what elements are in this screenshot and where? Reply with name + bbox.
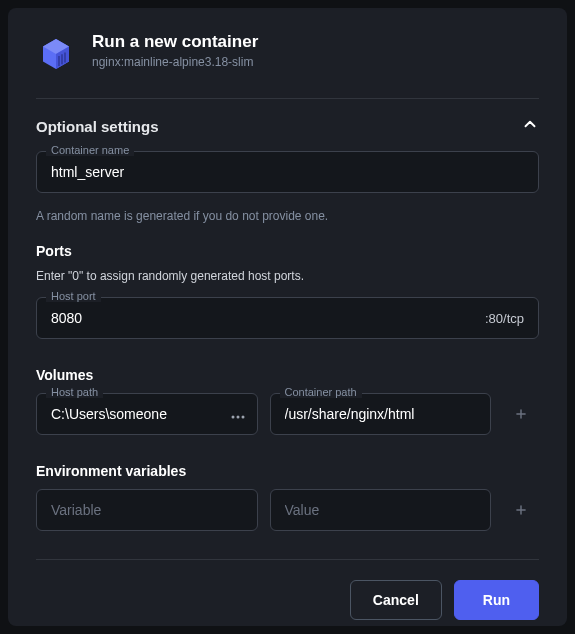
run-button[interactable]: Run [454, 580, 539, 620]
container-path-label: Container path [280, 386, 362, 398]
host-path-input[interactable] [37, 394, 218, 434]
host-path-field: Host path [36, 393, 258, 435]
container-name-helper: A random name is generated if you do not… [36, 209, 539, 223]
env-value-input[interactable] [271, 490, 491, 530]
volumes-title: Volumes [36, 367, 539, 383]
host-port-field: Host port :80/tcp [36, 297, 539, 339]
add-env-button[interactable] [503, 489, 539, 531]
svg-point-6 [231, 416, 234, 419]
container-icon [36, 34, 76, 74]
optional-settings-toggle[interactable]: Optional settings [36, 98, 539, 137]
container-name-field: Container name [36, 151, 539, 193]
svg-point-7 [236, 416, 239, 419]
port-suffix: :80/tcp [485, 311, 524, 326]
browse-button[interactable] [218, 394, 257, 434]
env-variable-input[interactable] [37, 490, 257, 530]
dialog-header: Run a new container nginx:mainline-alpin… [36, 32, 539, 74]
env-variable-field [36, 489, 258, 531]
volumes-section: Volumes Host path Container path [36, 367, 539, 443]
svg-point-8 [241, 416, 244, 419]
add-volume-button[interactable] [503, 393, 539, 435]
env-value-field [270, 489, 492, 531]
container-path-input[interactable] [271, 394, 491, 434]
env-section: Environment variables [36, 463, 539, 539]
host-port-input[interactable] [37, 298, 485, 338]
container-name-input[interactable] [37, 152, 538, 192]
cancel-button[interactable]: Cancel [350, 580, 442, 620]
container-path-field: Container path [270, 393, 492, 435]
optional-settings-label: Optional settings [36, 118, 159, 135]
ports-section: Ports Enter "0" to assign randomly gener… [36, 243, 539, 347]
dialog-footer: Cancel Run [36, 559, 539, 620]
ports-title: Ports [36, 243, 539, 259]
chevron-up-icon [521, 115, 539, 137]
header-text: Run a new container nginx:mainline-alpin… [92, 32, 258, 69]
host-port-label: Host port [46, 290, 101, 302]
host-path-label: Host path [46, 386, 103, 398]
dialog-title: Run a new container [92, 32, 258, 52]
env-title: Environment variables [36, 463, 539, 479]
run-container-dialog: Run a new container nginx:mainline-alpin… [8, 8, 567, 626]
ports-subtitle: Enter "0" to assign randomly generated h… [36, 269, 539, 283]
container-name-label: Container name [46, 144, 134, 156]
image-tag: nginx:mainline-alpine3.18-slim [92, 55, 258, 69]
